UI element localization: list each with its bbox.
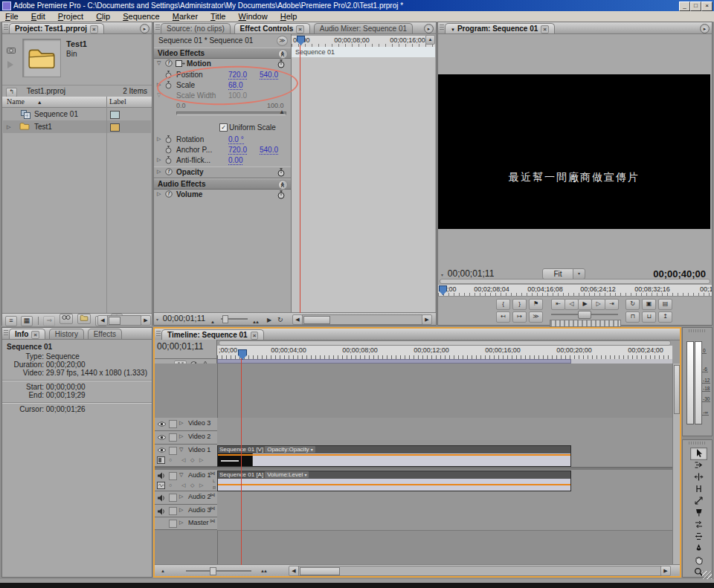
project-h-scrollbar[interactable] (107, 315, 141, 326)
speaker-icon[interactable] (157, 508, 166, 515)
next-keyframe-icon[interactable]: ▷ (199, 482, 203, 488)
flyout-arrow-icon[interactable]: ▼ (451, 28, 455, 32)
effect-enabled-icon[interactable]: f (165, 168, 173, 176)
panel-drag-handle[interactable] (4, 330, 8, 337)
timeline-clip-video[interactable]: Sequence 01 [V]Opacity:Opacity ▾ (217, 445, 571, 467)
timeline-ruler[interactable]: ;00;00 00;00;04;00 00;00;08;00 00;00;12;… (217, 346, 672, 360)
timeline-timecode[interactable]: 00;00;01;11 (157, 341, 204, 352)
close-icon[interactable]: × (31, 331, 39, 339)
expand-icon[interactable]: ▷ (179, 494, 183, 500)
dropdown-icon[interactable]: ▾ (156, 317, 158, 322)
menu-title[interactable]: Title (205, 11, 231, 22)
scroll-thumb[interactable] (109, 317, 120, 325)
ripple-edit-tool[interactable] (690, 471, 707, 484)
tab-effects[interactable]: Effects (88, 329, 122, 339)
program-video-frame[interactable]: 最近幫一間廠商做宣傳片 (438, 74, 710, 229)
project-row-bin[interactable]: ▷ Test1 (3, 120, 151, 133)
zoom-in-icon[interactable]: ▲▲ (252, 317, 258, 328)
ec-h-scrollbar[interactable] (302, 314, 422, 325)
viewing-area-bar[interactable] (219, 340, 671, 346)
track-name[interactable]: Video 1 (188, 446, 210, 453)
prev-keyframe-icon[interactable]: ◁ (181, 457, 185, 463)
label-swatch[interactable] (110, 123, 120, 132)
menu-file[interactable]: File (0, 11, 24, 22)
track-output-icon[interactable]: ⋈ (210, 492, 215, 498)
show-keyframes-icon[interactable]: ○ (169, 457, 172, 462)
loop-button[interactable]: ↻ (625, 299, 640, 310)
slider-track[interactable] (176, 112, 286, 115)
lock-toggle[interactable] (169, 507, 177, 515)
track-name[interactable]: Audio 2 (188, 493, 211, 500)
collapse-icon[interactable]: ▷ (157, 157, 161, 163)
close-button[interactable]: × (701, 1, 713, 11)
tab-audio-mixer[interactable]: Audio Mixer: Sequence 01 (314, 23, 413, 33)
new-bin-icon[interactable] (77, 314, 91, 324)
uniform-scale-checkbox[interactable]: ✓ (219, 123, 228, 132)
track-lane-audio2[interactable] (217, 491, 672, 505)
close-icon[interactable]: × (90, 25, 98, 33)
track-name[interactable]: Video 3 (188, 419, 210, 427)
program-timecode[interactable]: 00;00;01;11 (448, 268, 495, 279)
stopwatch-icon[interactable] (277, 59, 285, 68)
ec-clip-bar[interactable]: Sequence 01 (292, 47, 435, 58)
expand-icon[interactable]: ▷ (179, 433, 183, 439)
menu-edit[interactable]: Edit (26, 11, 51, 22)
antiflicker-value[interactable]: 0.00 (228, 156, 242, 165)
show-keyframes-icon[interactable]: ○ (169, 482, 172, 488)
jog-wheel[interactable] (550, 320, 621, 327)
go-to-in-shift-button[interactable]: ↤ (496, 311, 510, 323)
ec-keyframe-area[interactable] (292, 57, 435, 312)
expand-icon[interactable]: ▷ (179, 507, 183, 513)
track-name[interactable]: Audio 3 (188, 506, 211, 514)
set-out-point-button[interactable]: } (512, 299, 527, 310)
label-swatch[interactable] (110, 111, 120, 119)
lock-toggle[interactable] (169, 447, 177, 455)
find-icon[interactable] (60, 314, 73, 324)
menu-window[interactable]: Window (234, 11, 273, 22)
preview-play-icon[interactable] (7, 61, 13, 68)
menu-project[interactable]: Project (53, 11, 89, 22)
set-display-style-icon[interactable] (157, 482, 165, 489)
show-hide-effects-button[interactable]: ≫ (277, 36, 288, 46)
pen-tool[interactable] (690, 543, 707, 555)
rotation-value[interactable]: 0.0 ° (228, 135, 244, 144)
menu-sequence[interactable]: Sequence (118, 11, 165, 22)
collapse-icon[interactable]: ▷ (157, 169, 161, 175)
title-bar[interactable]: Adobe Premiere Pro - C:\Documents and Se… (0, 0, 714, 11)
go-to-in-button[interactable]: ⇤ (551, 299, 565, 310)
lock-toggle[interactable] (169, 520, 177, 528)
icon-view-icon[interactable]: ▦ (21, 316, 33, 326)
clip-param-selector[interactable]: Opacity:Opacity ▾ (265, 446, 315, 453)
eye-icon[interactable] (157, 447, 167, 454)
panel-menu-button[interactable]: ▸ (140, 24, 149, 33)
effect-label[interactable]: Motion (187, 59, 211, 68)
scroll-left-icon[interactable]: ◀ (289, 566, 299, 576)
ec-timecode[interactable]: 00;00;01;11 (163, 314, 205, 323)
panel-drag-handle[interactable] (689, 442, 707, 445)
eye-icon[interactable] (157, 434, 167, 442)
scroll-right-icon[interactable]: ▶ (660, 566, 671, 576)
automate-to-sequence-icon[interactable]: ⇒ (43, 316, 55, 326)
toggle-animation-stopwatch-icon[interactable] (165, 81, 172, 89)
resize-grip[interactable] (702, 571, 712, 579)
zoom-slider-handle[interactable] (222, 315, 228, 323)
prev-keyframe-icon[interactable]: ◁ (181, 482, 185, 488)
set-marker-button[interactable]: ⚑ (529, 299, 543, 310)
minimize-button[interactable]: _ (679, 1, 690, 11)
extract-button[interactable]: ⊔ (642, 311, 656, 323)
zoom-level-select[interactable]: Fit (542, 268, 573, 280)
project-row-sequence[interactable]: Sequence 01 (3, 108, 151, 120)
slide-tool[interactable] (690, 531, 707, 543)
toggle-animation-stopwatch-icon[interactable] (165, 135, 172, 143)
panel-menu-button[interactable]: ▸ (424, 24, 434, 33)
toggle-animation-stopwatch-icon[interactable] (165, 156, 172, 164)
collapse-icon[interactable]: ▷ (157, 191, 161, 197)
restore-button[interactable]: □ (690, 1, 701, 11)
step-back-button[interactable]: ◁ (565, 299, 579, 310)
selection-tool[interactable] (690, 448, 707, 460)
expand-icon[interactable]: ▷ (179, 420, 183, 426)
stopwatch-icon[interactable] (277, 168, 285, 177)
track-name[interactable]: Video 2 (188, 433, 210, 440)
timeline-v-scrollbar[interactable] (672, 364, 680, 565)
play-in-to-out-button[interactable]: ≫ (529, 311, 543, 323)
